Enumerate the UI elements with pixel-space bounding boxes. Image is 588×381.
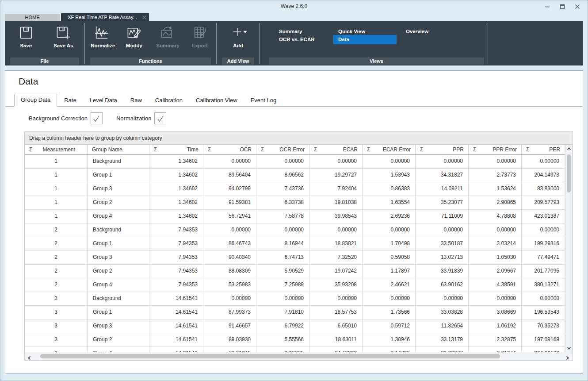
titlebar: Wave 2.6.0	[0, 0, 588, 13]
table-cell: 39.98543	[309, 210, 363, 223]
view-item-ocr-vs-ecar[interactable]: OCR vs. ECAR	[274, 35, 337, 44]
add-icon	[231, 25, 246, 40]
save-as-button[interactable]: Save As	[47, 25, 80, 49]
table-cell: Group 2	[88, 265, 149, 278]
table-cell: 2.90865	[469, 196, 522, 209]
tab-close-icon[interactable]	[139, 14, 149, 20]
options-row: Background Correction Normalization	[29, 112, 180, 124]
tab-calibration[interactable]: Calibration	[149, 95, 189, 106]
column-header-per[interactable]: Σ PER	[522, 145, 565, 154]
table-cell: 1	[25, 196, 88, 209]
scroll-down-icon[interactable]	[565, 346, 572, 350]
tab-raw[interactable]: Raw	[124, 95, 148, 106]
table-cell: Background	[88, 223, 149, 237]
table-row[interactable]: 2Background7.943530.000000.000000.000000…	[25, 223, 565, 237]
sigma-icon[interactable]: Σ	[367, 146, 370, 153]
vertical-scrollbar[interactable]	[565, 145, 572, 352]
tab-document[interactable]: XF Real Time ATP Rate Assay...	[61, 13, 149, 21]
save-label: Save	[15, 43, 37, 49]
table-cell: 0.00000	[416, 292, 469, 305]
table-cell: 63.90162	[416, 278, 469, 292]
column-header-ppr[interactable]: Σ PPR	[416, 145, 469, 154]
scroll-right-icon[interactable]	[565, 354, 570, 362]
sigma-icon[interactable]: Σ	[420, 146, 423, 153]
table-cell: 14.61541	[149, 333, 203, 346]
table-cell: 77.49471	[522, 251, 565, 264]
table-row[interactable]: 3Group 114.6154187.993737.9181018.577531…	[25, 306, 565, 319]
ribbon-group-label-add-view: Add View	[222, 58, 254, 65]
tab-event-log[interactable]: Event Log	[244, 95, 283, 106]
table-row[interactable]: 2Group 47.9435353.259837.2598935.932082.…	[25, 278, 565, 292]
sigma-icon[interactable]: Σ	[29, 146, 32, 153]
table-cell: 2	[25, 265, 88, 278]
save-button[interactable]: Save	[10, 25, 42, 49]
column-header-measurement[interactable]: Σ Measurement	[25, 145, 88, 154]
table-cell: 380.13271	[522, 278, 565, 292]
save-as-icon	[56, 25, 71, 40]
scroll-left-icon[interactable]	[27, 354, 31, 362]
table-row[interactable]: 3Group 414.6154153.316456.1220534.469622…	[25, 347, 565, 352]
tab-rate[interactable]: Rate	[58, 95, 82, 106]
tab-home[interactable]: HOME	[5, 14, 60, 21]
column-header-ocr[interactable]: Σ OCR	[203, 145, 256, 154]
scroll-up-icon[interactable]	[565, 146, 572, 151]
tab-calibration-view[interactable]: Calibration View	[190, 95, 244, 106]
maximize-icon	[560, 4, 565, 9]
background-correction-checkbox[interactable]	[91, 112, 103, 124]
table-row[interactable]: 1Group 21.3460291.593816.3373819.810381.…	[25, 196, 565, 210]
sigma-icon[interactable]: Σ	[314, 146, 317, 153]
vertical-scroll-thumb[interactable]	[567, 154, 571, 192]
tab-group-data[interactable]: Group Data	[14, 94, 57, 107]
table-cell: 34.46962	[309, 347, 363, 352]
table-row[interactable]: 3Background14.615410.000000.000000.00000…	[25, 292, 565, 306]
maximize-button[interactable]	[555, 2, 570, 11]
close-icon	[575, 4, 580, 9]
add-view-button[interactable]: Add	[222, 25, 255, 49]
column-header-ecar[interactable]: Σ ECAR	[309, 145, 363, 154]
minimize-icon	[545, 4, 550, 9]
sigma-icon[interactable]: Σ	[473, 146, 476, 153]
sigma-icon[interactable]: Σ	[208, 146, 211, 153]
data-grid: Drag a column header here to group by co…	[24, 131, 573, 360]
table-cell: 4.78808	[469, 210, 522, 223]
close-button[interactable]	[570, 2, 585, 11]
column-header-ocr-error[interactable]: Σ OCR Error	[256, 145, 309, 154]
sigma-icon[interactable]: Σ	[526, 146, 529, 153]
table-cell: 14.61541	[149, 306, 203, 319]
sigma-icon[interactable]: Σ	[261, 146, 264, 153]
column-header-ppr-error[interactable]: Σ PPR Error	[469, 145, 522, 154]
column-header-group-name[interactable]: Group Name	[88, 145, 149, 154]
horizontal-scrollbar[interactable]	[24, 352, 573, 361]
table-cell: 6.33738	[256, 196, 309, 209]
table-row[interactable]: 1Group 11.3460289.564048.9656219.297271.…	[25, 169, 565, 182]
tab-level-data[interactable]: Level Data	[84, 95, 123, 106]
table-row[interactable]: 2Group 17.9435386.467438.1694418.838211.…	[25, 237, 565, 251]
table-cell: 14.09211	[416, 182, 469, 196]
table-cell: 56.72941	[203, 210, 256, 223]
table-row[interactable]: 3Group 314.6154191.466576.799226.650100.…	[25, 319, 565, 333]
group-by-strip[interactable]: Drag a column header here to group by co…	[24, 131, 573, 145]
column-header-ecar-error[interactable]: Σ ECAR Error	[363, 145, 416, 154]
modify-button[interactable]: Modify	[118, 25, 150, 49]
ribbon-group-file: Save Save As File	[5, 21, 84, 65]
table-cell: 0.00000	[522, 223, 565, 237]
sigma-icon[interactable]: Σ	[154, 146, 157, 153]
view-item-data[interactable]: Data	[333, 35, 397, 44]
horizontal-scroll-thumb[interactable]	[40, 354, 500, 358]
table-cell: 1.63554	[363, 196, 416, 209]
table-row[interactable]: 2Group 27.9435388.083095.9052919.072421.…	[25, 265, 565, 278]
column-header-time[interactable]: Σ Time	[149, 145, 203, 154]
table-row[interactable]: 1Group 31.3460294.027997.437367.924040.8…	[25, 182, 565, 196]
normalize-button[interactable]: Normalize	[85, 25, 118, 49]
table-row[interactable]: 1Background1.346020.000000.000000.000000…	[25, 155, 565, 169]
table-row[interactable]: 1Group 41.3460256.729417.5877839.985432.…	[25, 210, 565, 223]
table-cell: 2.09667	[469, 265, 522, 278]
table-cell: 0.00000	[203, 155, 256, 168]
table-row[interactable]: 3Group 214.6154189.039305.5556618.630111…	[25, 333, 565, 347]
table-cell: 89.03930	[203, 333, 256, 346]
view-item-overview[interactable]: Overview	[401, 27, 464, 36]
minimize-button[interactable]	[540, 2, 555, 11]
normalization-checkbox[interactable]	[154, 112, 166, 124]
save-icon	[19, 25, 34, 40]
table-row[interactable]: 2Group 37.9435390.403406.747137.325200.5…	[25, 251, 565, 265]
